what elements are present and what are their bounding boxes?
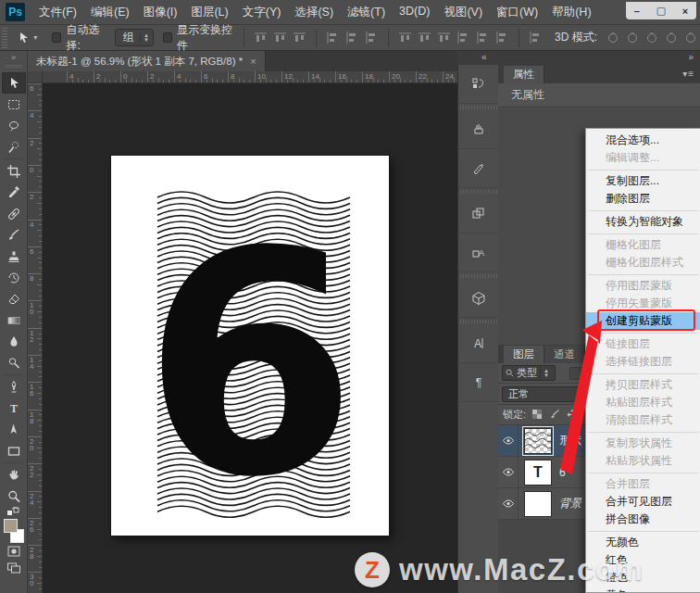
type-tool[interactable]: T [2,397,26,419]
context-menu-item[interactable]: 转换为智能对象 [586,213,700,231]
close-button[interactable]: × [682,6,688,17]
brush-presets-panel-icon[interactable] [458,110,499,149]
layer-thumbnail[interactable]: T [524,460,552,486]
visibility-eye-icon[interactable] [498,457,519,488]
hand-tool[interactable] [2,464,26,486]
context-menu-item[interactable]: 混合选项... [586,132,700,149]
gradient-tool[interactable] [2,309,26,331]
visibility-eye-icon[interactable] [498,425,519,457]
collapse-panels-right-icon[interactable]: » [688,52,694,62]
maximize-button[interactable]: ▢ [656,5,666,17]
layer-thumbnail[interactable] [524,428,552,454]
marquee-tool[interactable] [2,94,26,115]
menu-item-6[interactable]: 滤镜(T) [347,5,385,20]
menu-item-8[interactable]: 视图(V) [444,5,482,20]
visibility-eye-icon[interactable] [498,488,519,520]
align-top-icon[interactable] [253,31,269,44]
minimize-button[interactable]: – [634,6,640,17]
align-hcenter-icon[interactable] [344,31,360,44]
distribute-left-icon[interactable] [456,31,471,44]
crop-tool[interactable] [2,160,26,182]
menu-item-0[interactable]: 文件(F) [39,5,77,20]
lasso-tool[interactable] [2,115,26,136]
distribute-spacing-icon[interactable] [528,31,544,44]
history-brush-tool[interactable] [2,267,26,288]
quick-mask-button[interactable] [2,543,26,560]
context-menu-item[interactable]: 橙色 [586,569,700,587]
menu-item-7[interactable]: 3D(D) [399,5,430,20]
artboard-page[interactable]: 6 [111,156,389,536]
distribute-top-icon[interactable] [397,31,413,44]
filter-pixel-icon[interactable] [569,367,582,380]
menu-item-9[interactable]: 窗口(W) [496,5,538,20]
document-tab[interactable]: 未标题-1 @ 56.9% (形状 1 副本 7, RGB/8) * × [28,51,266,71]
paragraph-panel-icon[interactable]: ¶ [458,363,499,402]
menu-item-3[interactable]: 图层(L) [191,5,228,20]
tab-layers[interactable]: 图层 [504,346,544,363]
3d-scale-icon[interactable] [682,31,698,44]
canvas-viewport[interactable]: 6 [43,83,457,593]
menu-item-5[interactable]: 选择(S) [294,5,333,20]
distribute-hcenter-icon[interactable] [475,31,491,44]
context-menu-item[interactable]: 删除图层 [586,190,700,208]
3d-roll-icon[interactable] [624,31,640,44]
pen-tool[interactable] [2,376,26,397]
tab-channels[interactable]: 通道 [544,346,585,363]
path-selection-tool[interactable] [2,419,26,440]
lock-transparency-icon[interactable] [531,409,544,421]
layer-filter-dropdown[interactable]: 类型 ▲▼ [502,365,556,381]
toolbar-collapse-arrows[interactable]: » [11,53,16,63]
clone-stamp-tool[interactable] [2,246,26,267]
3d-rotate-icon[interactable] [605,31,620,44]
menu-item-4[interactable]: 文字(Y) [243,5,281,20]
tab-close-icon[interactable]: × [250,56,256,67]
align-right-icon[interactable] [364,31,380,44]
dodge-tool[interactable] [2,352,26,373]
healing-brush-tool[interactable] [2,203,26,224]
3d-panel-icon[interactable] [458,279,499,318]
eyedropper-tool[interactable] [2,182,26,203]
lock-pixels-icon[interactable] [549,409,561,421]
move-tool[interactable] [2,72,26,94]
tab-properties[interactable]: 属性 [504,66,544,83]
tool-presets-panel-icon[interactable] [458,149,499,188]
context-menu-item[interactable]: 拼合图像 [586,511,700,528]
foreground-color-swatch[interactable] [4,519,18,533]
show-transform-checkbox[interactable] [163,32,172,43]
character-panel-icon[interactable]: A [458,324,499,363]
lock-position-icon[interactable] [567,409,579,421]
eraser-tool[interactable] [2,288,26,309]
align-bottom-icon[interactable] [292,31,307,44]
quick-selection-tool[interactable] [2,136,26,158]
menu-item-10[interactable]: 帮助(H) [552,5,591,20]
tool-preset-picker[interactable]: ▾ [11,31,43,45]
distribute-vcenter-icon[interactable] [417,31,432,44]
swap-colors-icon[interactable] [4,507,24,517]
menu-item-1[interactable]: 编辑(E) [91,5,130,20]
brush-tool[interactable] [2,224,26,246]
collapse-panels-left-icon[interactable]: « [481,52,487,62]
layer-comps-panel-icon[interactable] [458,195,499,233]
shape-tool[interactable] [2,440,26,461]
distribute-bottom-icon[interactable] [436,31,452,44]
context-menu-item[interactable]: 复制图层... [586,172,700,190]
align-left-icon[interactable] [325,31,341,44]
history-panel-icon[interactable] [458,65,499,104]
auto-select-checkbox[interactable] [52,32,61,43]
blend-mode-dropdown[interactable]: 正常 [502,386,589,402]
3d-slide-icon[interactable] [663,31,679,44]
character-styles-panel-icon[interactable]: A [458,233,499,272]
color-swatches[interactable] [3,519,25,543]
auto-select-dropdown[interactable]: 组 ▲▼ [115,29,154,46]
panel-menu-icon[interactable]: ▾≡ [682,69,694,79]
context-menu-item[interactable]: 无颜色 [586,534,700,551]
screen-mode-button[interactable] [2,560,26,576]
blur-tool[interactable] [2,331,26,352]
layer-thumbnail[interactable] [524,491,552,517]
context-menu-item[interactable]: 红色 [586,551,700,569]
align-vcenter-icon[interactable] [272,31,288,44]
menu-item-2[interactable]: 图像(I) [144,5,178,20]
distribute-right-icon[interactable] [494,31,510,44]
zoom-tool[interactable] [2,486,26,507]
context-menu-item[interactable]: 黄色 [586,587,700,593]
